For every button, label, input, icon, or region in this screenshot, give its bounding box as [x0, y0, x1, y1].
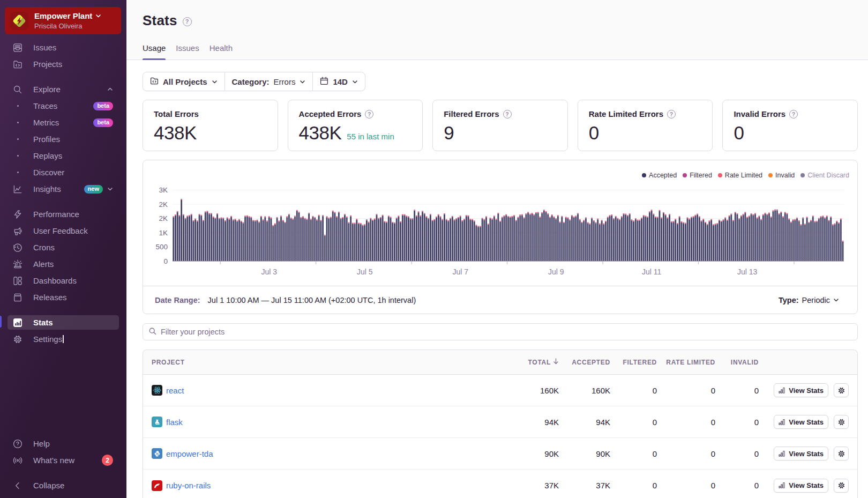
card-value: 438K	[299, 122, 342, 144]
sidebar-item-performance[interactable]: Performance	[0, 206, 126, 222]
projects-icon	[13, 60, 23, 69]
project-link[interactable]: flask	[166, 418, 183, 427]
search-icon	[148, 327, 156, 337]
sidebar-item-label: Alerts	[33, 259, 54, 269]
chevron-down-icon	[95, 13, 101, 19]
date-range-footer-label: Date Range:	[155, 296, 200, 304]
sidebar-item-replays[interactable]: Replays	[0, 147, 126, 164]
sidebar-nav: Issues Projects Explore Tracesbeta Metri…	[0, 34, 126, 435]
sort-desc-icon	[553, 358, 559, 366]
date-range-button[interactable]: 14D	[312, 72, 365, 91]
sidebar-item-dashboards[interactable]: Dashboards	[0, 272, 126, 289]
project-filter-button[interactable]: All Projects	[143, 72, 225, 91]
sidebar-item-label: Discover	[33, 168, 64, 177]
help-icon	[13, 439, 23, 449]
stat-card-rate-limited-errors: Rate Limited Errors ? 0	[578, 100, 713, 151]
sidebar-item-settings[interactable]: Settings	[0, 331, 126, 347]
project-link[interactable]: ruby-on-rails	[166, 481, 211, 490]
svg-text:Jul 3: Jul 3	[261, 267, 278, 276]
sidebar-item-issues[interactable]: Issues	[0, 39, 126, 56]
folder-code-icon	[150, 77, 159, 87]
table-row-ruby-on-rails: ruby-on-rails 37K 37K 0 0 0 View Stats	[143, 470, 857, 498]
project-settings-button[interactable]	[834, 447, 849, 460]
search-row	[143, 323, 858, 340]
card-title: Accepted Errors	[299, 109, 362, 118]
card-help-icon[interactable]: ?	[365, 110, 373, 118]
calendar-icon	[320, 77, 328, 85]
bar-chart-icon	[779, 419, 785, 426]
view-stats-button[interactable]: View Stats	[774, 383, 828, 397]
project-search-input[interactable]	[161, 328, 852, 336]
sidebar-item-label: Replays	[33, 151, 62, 160]
legend-item-rate-limited[interactable]: Rate Limited	[718, 172, 762, 179]
column-header-accepted[interactable]: ACCEPTED	[559, 359, 610, 366]
projects-table: PROJECTTOTAL ACCEPTEDFILTEREDRATE LIMITE…	[143, 350, 858, 498]
column-header-rate_limited[interactable]: RATE LIMITED	[657, 359, 715, 366]
sidebar-item-releases[interactable]: Releases	[0, 289, 126, 306]
sidebar-item-metrics[interactable]: Metricsbeta	[0, 114, 126, 131]
view-stats-button[interactable]: View Stats	[774, 447, 828, 460]
legend-item-accepted[interactable]: Accepted	[642, 172, 677, 179]
view-stats-button[interactable]: View Stats	[774, 479, 828, 493]
sidebar-item-projects[interactable]: Projects	[0, 56, 126, 72]
legend-item-client-discard[interactable]: Client Discard	[800, 172, 849, 179]
card-help-icon[interactable]: ?	[667, 110, 676, 118]
legend-item-filtered[interactable]: Filtered	[683, 172, 712, 179]
project-settings-button[interactable]	[834, 479, 849, 493]
sidebar-item-profiles[interactable]: Profiles	[0, 131, 126, 147]
cell-accepted: 90K	[559, 449, 610, 458]
sidebar-item-stats[interactable]: Stats	[0, 314, 126, 331]
card-value: 0	[589, 122, 599, 144]
column-header-filtered[interactable]: FILTERED	[610, 359, 657, 366]
column-header-total[interactable]: TOTAL	[511, 358, 559, 366]
sidebar-item-discover[interactable]: Discover	[0, 164, 126, 181]
svg-text:Jul 7: Jul 7	[452, 267, 468, 276]
sidebar-item-label: Crons	[33, 243, 55, 252]
card-value: 0	[734, 122, 744, 144]
tab-issues[interactable]: Issues	[176, 43, 199, 60]
svg-text:2K: 2K	[159, 200, 168, 209]
page-help-icon[interactable]: ?	[183, 17, 192, 26]
cell-accepted: 160K	[559, 386, 610, 395]
sidebar-item-label: Metrics	[33, 118, 59, 127]
org-switcher[interactable]: Empower Plant Priscila Oliveira	[5, 7, 121, 34]
project-search	[143, 323, 858, 340]
gear-icon	[837, 386, 845, 395]
app-root: Empower Plant Priscila Oliveira Issues P…	[0, 0, 868, 498]
legend-item-invalid[interactable]: Invalid	[768, 172, 795, 179]
sidebar-item-help[interactable]: Help	[0, 435, 126, 452]
sidebar-item-whats-new[interactable]: What's new2	[0, 452, 126, 469]
table-row-react: react 160K 160K 0 0 0 View Stats	[143, 375, 857, 406]
column-header-project[interactable]: PROJECT	[143, 359, 511, 366]
sidebar-item-traces[interactable]: Tracesbeta	[0, 98, 126, 114]
legend-dot	[683, 173, 687, 177]
project-settings-button[interactable]	[834, 383, 849, 397]
tab-health[interactable]: Health	[209, 43, 233, 60]
column-header-invalid[interactable]: INVALID	[715, 359, 759, 366]
project-link[interactable]: empower-tda	[166, 449, 213, 458]
sidebar-item-collapse[interactable]: Collapse	[0, 477, 126, 494]
chart-type-value: Periodic	[802, 296, 830, 304]
card-help-icon[interactable]: ?	[503, 110, 512, 118]
bullet-dot	[13, 168, 23, 177]
project-link[interactable]: react	[166, 386, 184, 395]
alerts-icon	[13, 259, 23, 269]
sidebar-item-alerts[interactable]: Alerts	[0, 256, 126, 272]
sidebar-item-explore[interactable]: Explore	[0, 81, 126, 98]
card-value: 438K	[154, 122, 197, 144]
category-filter-label: Category:	[232, 77, 270, 86]
sidebar-item-label: Projects	[33, 60, 62, 69]
view-stats-button[interactable]: View Stats	[774, 415, 828, 429]
sidebar-item-insights[interactable]: Insightsnew	[0, 181, 126, 197]
python-icon	[152, 448, 162, 459]
category-filter-button[interactable]: Category: Errors	[225, 72, 313, 91]
sidebar-item-user-feedback[interactable]: User Feedback	[0, 222, 126, 239]
chevron-down-icon	[300, 77, 305, 86]
project-settings-button[interactable]	[834, 415, 849, 429]
tab-usage[interactable]: Usage	[143, 43, 166, 60]
sidebar-item-crons[interactable]: Crons	[0, 239, 126, 256]
sidebar-item-label: Stats	[33, 318, 119, 327]
card-help-icon[interactable]: ?	[789, 110, 798, 118]
chart-type-select[interactable]: Type: Periodic	[779, 295, 839, 305]
card-value: 9	[444, 122, 454, 144]
